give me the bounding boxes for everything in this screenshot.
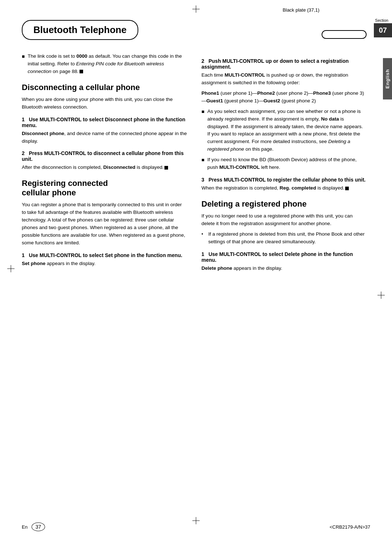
two-col-layout: ■ The link code is set to 0000 as defaul… [22,53,367,275]
black-plate-label: Black plate (37,1) [283,7,319,13]
page: Black plate (37,1) Section 07 English Bl… [0,0,392,537]
end-square-2 [164,166,168,170]
right-step3-body: When the registration is completed, Reg.… [201,184,367,192]
page-title: Bluetooth Telephone [22,20,138,40]
main-content: Bluetooth Telephone ■ The link code is s… [22,20,367,275]
right-step3-heading: 3 Press MULTI-CONTROL to register the ce… [201,177,367,183]
section-number: 07 [374,23,392,37]
crosshair-left [7,265,15,272]
disconnect-step2-body: After the disconnection is completed, Di… [22,164,187,171]
delete-step1-body: Delete phone appears in the display. [201,265,367,272]
registering-intro: You can register a phone that is tempora… [22,201,187,247]
title-oval-right [322,30,367,39]
intro-bullet: ■ The link code is set to 0000 as defaul… [22,53,187,76]
left-column: ■ The link code is set to 0000 as defaul… [22,53,187,275]
footer: En 37 <CRB2179-A/N>37 [0,524,392,530]
right-bullet1-text: As you select each assignment, you can s… [207,108,367,154]
end-square [79,70,83,73]
footer-code: <CRB2179-A/N>37 [330,524,370,530]
disconnecting-intro: When you are done using your phone with … [22,96,187,111]
deleting-intro: If you no longer need to use a registere… [201,212,367,228]
deleting-heading: Deleting a registered phone [201,199,367,209]
intro-text: The link code is set to 0000 as default.… [28,53,187,76]
deleting-bullet1-text: If a registered phone is deleted from th… [208,231,367,246]
deleting-bullet1: • If a registered phone is deleted from … [201,231,367,246]
right-step2-order: Phone1 (user phone 1)—Phone2 (user phone… [201,90,367,105]
crosshair-top [192,5,200,13]
title-row: Bluetooth Telephone [22,20,367,49]
bullet-icon-r1: ■ [201,108,204,154]
section-badge: Section 07 [374,18,392,37]
bullet-dot: • [201,231,203,246]
footer-page: 37 [32,522,45,531]
right-bullet2: ■ If you need to know the BD (Bluetooth … [201,156,367,171]
right-bullet2-text: If you need to know the BD (Bluetooth De… [207,156,367,171]
disconnecting-heading: Disconnecting a cellular phone [22,83,187,92]
bullet-icon-r2: ■ [201,156,204,171]
crosshair-right [377,292,385,299]
crosshair-bottom [192,517,200,524]
register-step1-body: Set phone appears in the display. [22,260,187,268]
section-label: Section [375,18,388,23]
right-column: 2 Push MULTI-CONTROL up or down to selec… [201,53,367,275]
bullet-icon: ■ [22,53,25,76]
disconnect-step1-heading: 1 Use MULTI-CONTROL to select Disconnect… [22,117,187,128]
right-bullet1: ■ As you select each assignment, you can… [201,108,367,154]
disconnect-step2-heading: 2 Press MULTI-CONTROL to disconnect a ce… [22,150,187,162]
delete-step1-heading: 1 Use MULTI-CONTROL to select Delete pho… [201,251,367,263]
register-step1-heading: 1 Use MULTI-CONTROL to select Set phone … [22,252,187,258]
disconnect-step1-body: Disconnect phone, and device name of the… [22,130,187,145]
english-tab: English [383,58,392,99]
right-step2-body1: Each time MULTI-CONTROL is pushed up or … [201,72,367,87]
registering-heading: Registering connectedcellular phone [22,179,187,198]
right-step2-heading: 2 Push MULTI-CONTROL up or down to selec… [201,58,367,70]
footer-lang: En 37 [22,524,45,530]
end-square-3 [345,187,349,190]
footer-lang-text: En [22,524,28,530]
